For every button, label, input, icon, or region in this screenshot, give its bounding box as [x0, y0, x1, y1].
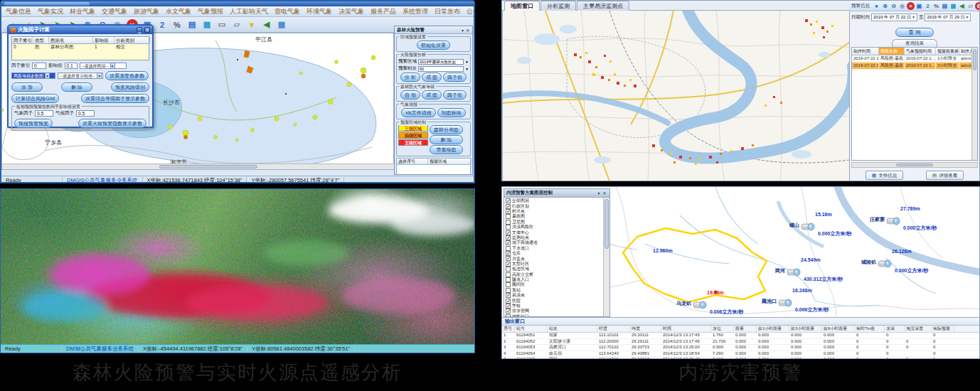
toolbar-icon[interactable]: ▦	[949, 2, 957, 10]
layer-checkbox[interactable]	[506, 256, 511, 261]
status-system-name[interactable]: DM38公共气象服务业务系统	[62, 346, 139, 353]
close-icon[interactable]: ✕	[144, 27, 150, 33]
layer-checkbox[interactable]	[506, 262, 511, 267]
column-header[interactable]: 站号	[515, 326, 548, 332]
weather-factor-input[interactable]: 0.5	[35, 110, 53, 117]
menu-item[interactable]: 系统管理	[403, 7, 428, 16]
toolbar-icon[interactable]: ×	[907, 2, 915, 10]
column-header[interactable]: 气象预报时间	[905, 48, 936, 55]
date-to-picker[interactable]: 2019 年 07 月 29 日▼	[925, 14, 971, 21]
weather-report-button[interactable]: xls文件填报	[401, 108, 436, 117]
layer-checkbox[interactable]	[506, 314, 511, 316]
menu-item[interactable]: 林业气象	[70, 7, 95, 16]
map-tab[interactable]: 地图窗口	[504, 1, 540, 11]
chevron-down-icon[interactable]: ▾	[596, 191, 602, 196]
toolbar-icon[interactable]: ⊖	[975, 2, 980, 10]
station-marker[interactable]: 藕池口 16.248m 0.000立方米/秒	[778, 297, 792, 306]
column-header[interactable]: 实际预警	[932, 326, 954, 332]
fire-factor-dialog[interactable]: 火险因子计算 ▁ ✕ 因子索引类型图层名影响值分析类别 0面森林分布图1相交	[7, 24, 154, 128]
add-button[interactable]: 添 加	[11, 82, 43, 92]
station-marker[interactable]: 螺山 15.16m 0.000立方米/秒	[801, 221, 815, 230]
panel-titlebar[interactable]: 森林火险预警 ▾ ✕	[395, 26, 472, 34]
file-info-button[interactable]: ▦文件信息	[866, 171, 904, 180]
table-row[interactable]: 561194055团坝112.1054129.209672014/12/3 13…	[502, 357, 980, 358]
layer-item[interactable]: 地铁站口	[506, 314, 602, 316]
factor-index-input[interactable]: 0	[32, 63, 46, 69]
toolbar-icon[interactable]: ◀	[958, 2, 966, 10]
gradient-params-button[interactable]: 设置渐变色参数	[105, 71, 149, 80]
layer-checkbox[interactable]	[506, 304, 511, 309]
table-vertical-scrollbar[interactable]	[971, 48, 977, 160]
column-header[interactable]: 纬度	[630, 326, 661, 332]
output-titlebar[interactable]: 输出窗口	[502, 318, 980, 326]
menu-item[interactable]: 旅游气象	[134, 7, 159, 16]
column-header[interactable]: 分析类别	[114, 37, 150, 43]
map-tab[interactable]: 分析监测	[540, 1, 576, 11]
analysis-button[interactable]: 分 析	[400, 73, 420, 82]
menu-item[interactable]: 决策气象	[339, 7, 364, 16]
layer-checkbox[interactable]	[506, 309, 511, 314]
menu-item[interactable]: 气象信息	[6, 7, 31, 16]
toolbar-icon[interactable]: ▤	[941, 2, 949, 10]
status-system-name[interactable]: DMGIS公共气象服务业务系统	[63, 177, 143, 184]
init-settings-button[interactable]: 初始化设置	[417, 41, 450, 50]
menu-item[interactable]: 气象预报	[198, 7, 223, 16]
query-button[interactable]: 查 询	[895, 28, 934, 37]
table-row[interactable]: 161194051胡家113.1010129.301112014/12/3 13…	[502, 333, 980, 339]
draw-region-button[interactable]: 查看绘图	[430, 145, 463, 154]
layer-checkbox[interactable]	[506, 209, 511, 214]
column-header[interactable]: 淹没深度	[905, 326, 932, 332]
draw-region-button[interactable]: 森林分布图	[430, 125, 463, 134]
column-header[interactable]: 水深	[885, 326, 905, 332]
minimize-icon[interactable]: ▁	[137, 27, 142, 33]
map-horizontal-scrollbar[interactable]	[2, 164, 395, 169]
delete-button[interactable]: 删 除	[61, 82, 92, 92]
layer-checkbox[interactable]	[506, 246, 511, 251]
calc-grid-button[interactable]: 计算综合风险Grid	[11, 94, 59, 103]
chevron-down-icon[interactable]: ▼	[465, 60, 469, 64]
analysis-button[interactable]: 成 图	[422, 73, 442, 82]
grid-body[interactable]	[397, 165, 470, 175]
layer-checkbox[interactable]	[506, 214, 511, 219]
menu-item[interactable]: 人工影响天气	[230, 7, 268, 16]
region-select[interactable]: 2019年森林火险区划	[418, 59, 464, 65]
date-from-picker[interactable]: 2019 年 07 月 22 日▼	[871, 14, 917, 21]
check-select[interactable]: --请选择显示校准--▼	[58, 73, 103, 79]
menu-item[interactable]: 公共气象服务网	[467, 7, 475, 16]
detail-view-button[interactable]: ▤详情查看	[926, 171, 964, 180]
set-index-display-button[interactable]: 设置火险预警指数显示参数	[78, 119, 147, 128]
map-tab[interactable]: 主要易涝监测点	[577, 1, 629, 11]
layer-checkbox[interactable]	[506, 267, 511, 272]
column-header[interactable]: 类型	[33, 37, 49, 43]
level-param-select[interactable]: 风险等级参数图▼	[11, 73, 55, 79]
column-header[interactable]: 前1小时雨量	[757, 326, 789, 332]
toolbar-icon[interactable]: ▱	[966, 2, 974, 10]
toolbar-icon[interactable]: %	[171, 19, 183, 31]
close-icon[interactable]: ✕	[465, 28, 470, 33]
set-display-button[interactable]: 设置综合等级因子显示参数	[81, 94, 149, 103]
toolbar-icon[interactable]: ⊖	[890, 2, 898, 10]
menu-item[interactable]: 气象实况	[38, 7, 63, 16]
toolbar-icon[interactable]: %	[932, 2, 940, 10]
draw-region-button[interactable]: 删 除	[430, 135, 463, 144]
column-header[interactable]: 预警名称	[879, 48, 905, 55]
column-header[interactable]: 站名	[548, 326, 597, 332]
station-marker[interactable]: 城陵矶 26.126m 0.000立方米/秒	[878, 258, 892, 267]
preview-level-button[interactable]: 预览风险级别	[111, 82, 149, 92]
toolbar-icon[interactable]: ▣	[915, 2, 923, 10]
column-header[interactable]: 雨量	[734, 326, 757, 332]
toolbar-icon[interactable]: 2	[156, 19, 168, 31]
column-header[interactable]: 序号	[502, 326, 515, 332]
panel-horizontal-scrollbar[interactable]	[851, 162, 978, 168]
menu-item[interactable]: 服务产品	[371, 7, 396, 16]
fire-app-titlebar[interactable]	[1, 1, 474, 6]
chevron-down-icon[interactable]: ▼	[465, 67, 469, 71]
column-header[interactable]: 水位	[711, 326, 734, 332]
layer-checkbox[interactable]	[506, 272, 511, 277]
column-header[interactable]: 影响值	[93, 37, 114, 43]
fire-level-button[interactable]: 自 动	[400, 90, 420, 100]
dialog-titlebar[interactable]: 火险因子计算 ▁ ✕	[9, 26, 152, 34]
column-header[interactable]: 预警区域	[428, 159, 472, 164]
layer-checkbox[interactable]	[506, 299, 511, 304]
toolbar-icon[interactable]: ▤	[186, 19, 198, 31]
